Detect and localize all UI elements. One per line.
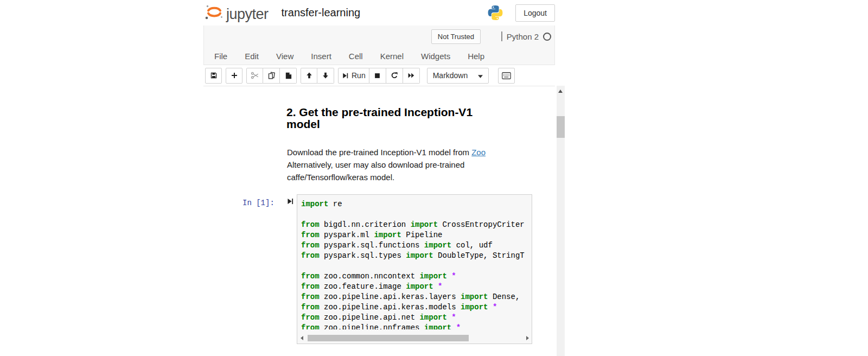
kernel-idle-icon bbox=[543, 33, 551, 41]
restart-run-all-button[interactable] bbox=[403, 68, 420, 84]
kernel-separator bbox=[501, 31, 502, 41]
toolbar-button-groups: Run bbox=[205, 68, 420, 84]
scissors-icon bbox=[251, 71, 259, 80]
vertical-scroll-thumb[interactable] bbox=[557, 116, 565, 138]
notebook-title[interactable]: transfer-learning bbox=[282, 7, 361, 19]
cut-cells-button[interactable] bbox=[246, 68, 263, 84]
python-logo-icon bbox=[487, 4, 503, 21]
markdown-heading: 2. Get the pre-trained Inception-V1 mode… bbox=[286, 106, 480, 130]
run-cell-button[interactable]: Run bbox=[338, 68, 369, 84]
logout-button[interactable]: Logout bbox=[515, 4, 555, 22]
menu-item-insert[interactable]: Insert bbox=[302, 48, 340, 65]
stop-icon bbox=[374, 72, 381, 79]
insert-cell-below-button[interactable] bbox=[226, 68, 242, 84]
menu-bar: FileEditViewInsertCellKernelWidgetsHelp bbox=[204, 48, 493, 65]
arrow-down-icon bbox=[322, 72, 329, 79]
interrupt-kernel-button[interactable] bbox=[369, 68, 386, 84]
input-prompt: In [1]: bbox=[242, 199, 275, 207]
move-cell-down-button[interactable] bbox=[317, 68, 334, 84]
paragraph-line: caffe/Tensorflow/keras model. bbox=[287, 171, 486, 183]
toolbar: Run Markdown bbox=[203, 65, 555, 86]
jupyter-logo-icon bbox=[203, 3, 225, 23]
fast-forward-icon bbox=[407, 72, 415, 79]
code-line: from zoo.common.nncontext import * bbox=[301, 271, 532, 282]
menu-item-help[interactable]: Help bbox=[459, 48, 493, 65]
menu-item-edit[interactable]: Edit bbox=[236, 48, 267, 65]
code-line: from bigdl.nn.criterion import CrossEntr… bbox=[301, 220, 532, 230]
plus-icon bbox=[231, 72, 238, 79]
run-icon bbox=[342, 72, 349, 79]
restart-kernel-button[interactable] bbox=[386, 68, 403, 84]
horizontal-scroll-thumb[interactable] bbox=[308, 335, 469, 341]
kernel-name: Python 2 bbox=[507, 32, 539, 41]
markdown-paragraph: Download the pre-trained Inception-V1 mo… bbox=[287, 146, 486, 183]
horizontal-scroll-track[interactable] bbox=[305, 333, 524, 343]
vertical-scrollbar[interactable] bbox=[557, 86, 565, 356]
scroll-up-arrow[interactable] bbox=[558, 90, 563, 93]
code-line: from pyspark.ml import Pipeline bbox=[301, 230, 532, 240]
save-notebook-button[interactable] bbox=[205, 68, 222, 84]
code-line bbox=[301, 261, 532, 271]
run-cell-marker-icon[interactable] bbox=[286, 198, 294, 205]
menu-item-widgets[interactable]: Widgets bbox=[412, 48, 459, 65]
menu-item-cell[interactable]: Cell bbox=[340, 48, 372, 65]
code-line bbox=[301, 209, 532, 220]
code-line: from zoo.pipeline.api.net import * bbox=[301, 313, 532, 323]
zoo-link[interactable]: Zoo bbox=[471, 148, 486, 157]
copy-cells-button[interactable] bbox=[263, 68, 280, 84]
menu-item-kernel[interactable]: Kernel bbox=[372, 48, 412, 65]
paragraph-text: Alternatively, user may also download pr… bbox=[287, 160, 464, 169]
paste-cells-button[interactable] bbox=[280, 68, 297, 84]
menu-item-view[interactable]: View bbox=[267, 48, 302, 65]
code-content: import re from bigdl.nn.criterion import… bbox=[297, 195, 532, 329]
menu-band: Not Trusted Python 2 FileEditViewInsertC… bbox=[203, 26, 555, 65]
menu-item-file[interactable]: File bbox=[206, 48, 236, 65]
paragraph-line: Alternatively, user may also download pr… bbox=[287, 158, 486, 171]
horizontal-scrollbar[interactable] bbox=[298, 333, 531, 343]
copy-icon bbox=[267, 72, 276, 80]
save-icon bbox=[210, 72, 218, 79]
code-line: from zoo.pipeline.api.keras.layers impor… bbox=[301, 292, 532, 302]
code-line: from pyspark.sql.functions import col, u… bbox=[301, 240, 532, 251]
code-editor[interactable]: import re from bigdl.nn.criterion import… bbox=[297, 194, 532, 344]
command-palette-button[interactable] bbox=[498, 68, 515, 84]
run-cell-label: Run bbox=[352, 71, 366, 80]
paste-icon bbox=[284, 72, 292, 80]
scroll-right-arrow[interactable] bbox=[524, 333, 531, 343]
kernel-indicator: Python 2 bbox=[501, 31, 551, 41]
code-line: import re bbox=[301, 199, 532, 209]
notebook-area: 2. Get the pre-trained Inception-V1 mode… bbox=[203, 86, 555, 356]
code-line: from zoo.feature.image import * bbox=[301, 282, 532, 292]
cell-type-select[interactable]: Markdown bbox=[427, 68, 489, 84]
code-line: from pyspark.sql.types import DoubleType… bbox=[301, 251, 532, 261]
code-line: from zoo.pipeline.api.keras.models impor… bbox=[301, 302, 532, 313]
restart-icon bbox=[391, 72, 398, 79]
jupyter-logo[interactable]: jupyter bbox=[203, 3, 269, 23]
trust-status-button[interactable]: Not Trusted bbox=[431, 29, 481, 44]
header-right: Logout bbox=[487, 4, 555, 22]
arrow-up-icon bbox=[305, 72, 313, 79]
notebook-header: jupyter transfer-learning Logout bbox=[203, 0, 555, 26]
jupyter-wordmark: jupyter bbox=[226, 4, 269, 22]
caret-down-icon bbox=[478, 71, 483, 80]
paragraph-text: Download the pre-trained Inception-V1 mo… bbox=[287, 148, 471, 157]
paragraph-line: Download the pre-trained Inception-V1 mo… bbox=[287, 146, 486, 158]
scroll-left-arrow[interactable] bbox=[298, 333, 305, 343]
cell-type-value: Markdown bbox=[433, 71, 468, 80]
paragraph-text: caffe/Tensorflow/keras model. bbox=[287, 173, 394, 182]
code-line: from zoo.pipeline.nnframes import * bbox=[301, 323, 532, 329]
move-cell-up-button[interactable] bbox=[301, 68, 317, 84]
